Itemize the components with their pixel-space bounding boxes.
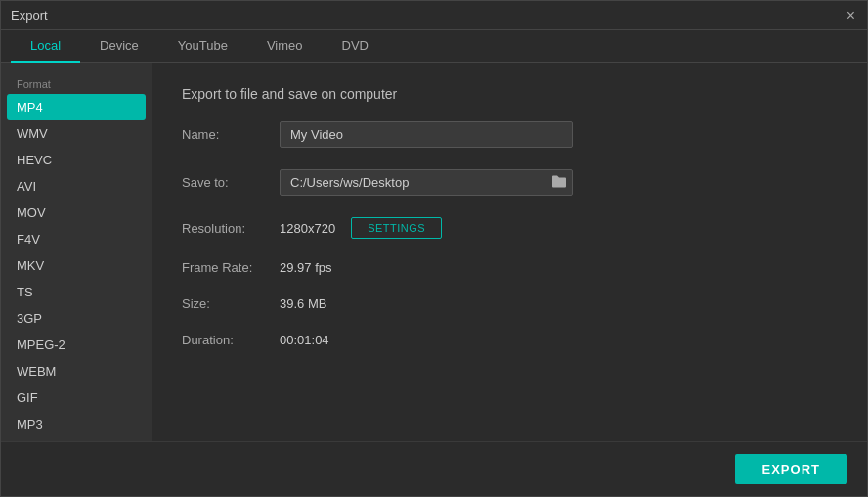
- tab-dvd[interactable]: DVD: [323, 30, 388, 63]
- save-to-label: Save to:: [182, 175, 280, 190]
- tab-local[interactable]: Local: [11, 30, 80, 63]
- name-row: Name:: [182, 121, 838, 148]
- tab-bar: Local Device YouTube Vimeo DVD: [1, 30, 867, 63]
- frame-rate-value: 29.97 fps: [280, 260, 332, 275]
- save-to-wrapper: [280, 169, 573, 196]
- format-item-mkv[interactable]: MKV: [1, 252, 152, 279]
- window-title: Export: [11, 8, 48, 23]
- main-content: Export to file and save on computer Name…: [152, 63, 867, 441]
- size-label: Size:: [182, 296, 280, 311]
- resolution-row: Resolution: 1280x720 SETTINGS: [182, 217, 838, 239]
- tab-device[interactable]: Device: [80, 30, 158, 63]
- format-item-hevc[interactable]: HEVC: [1, 147, 152, 173]
- save-to-input[interactable]: [280, 169, 573, 196]
- footer: EXPORT: [1, 441, 867, 496]
- format-label: Format: [1, 72, 152, 94]
- size-value: 39.6 MB: [280, 296, 326, 311]
- resolution-content: 1280x720 SETTINGS: [280, 217, 442, 239]
- settings-button[interactable]: SETTINGS: [351, 217, 442, 239]
- content-area: Format MP4 WMV HEVC AVI MOV F4V MKV TS 3…: [1, 63, 867, 441]
- title-bar: Export ×: [1, 1, 867, 30]
- tab-youtube[interactable]: YouTube: [158, 30, 247, 63]
- format-item-f4v[interactable]: F4V: [1, 226, 152, 252]
- tab-vimeo[interactable]: Vimeo: [247, 30, 323, 63]
- folder-icon: [551, 174, 567, 188]
- format-item-mpeg2[interactable]: MPEG-2: [1, 332, 152, 358]
- duration-row: Duration: 00:01:04: [182, 333, 838, 347]
- browse-folder-button[interactable]: [551, 174, 567, 191]
- format-item-ts[interactable]: TS: [1, 279, 152, 305]
- frame-rate-row: Frame Rate: 29.97 fps: [182, 260, 838, 275]
- name-label: Name:: [182, 127, 280, 142]
- close-button[interactable]: ×: [845, 8, 857, 23]
- format-item-wmv[interactable]: WMV: [1, 120, 152, 147]
- section-title: Export to file and save on computer: [182, 86, 838, 102]
- size-row: Size: 39.6 MB: [182, 296, 838, 311]
- format-item-mp3[interactable]: MP3: [1, 411, 152, 437]
- format-item-gif[interactable]: GIF: [1, 384, 152, 411]
- frame-rate-label: Frame Rate:: [182, 260, 280, 275]
- format-item-avi[interactable]: AVI: [1, 173, 152, 200]
- resolution-value: 1280x720: [280, 221, 335, 236]
- format-item-mov[interactable]: MOV: [1, 200, 152, 226]
- duration-value: 00:01:04: [280, 333, 329, 347]
- export-button[interactable]: EXPORT: [735, 454, 847, 484]
- sidebar: Format MP4 WMV HEVC AVI MOV F4V MKV TS 3…: [1, 63, 152, 441]
- format-item-mp4[interactable]: MP4: [7, 94, 146, 120]
- save-to-row: Save to:: [182, 169, 838, 196]
- duration-label: Duration:: [182, 333, 280, 347]
- format-item-3gp[interactable]: 3GP: [1, 305, 152, 332]
- format-item-webm[interactable]: WEBM: [1, 358, 152, 384]
- export-window: Export × Local Device YouTube Vimeo DVD …: [0, 0, 868, 497]
- resolution-label: Resolution:: [182, 221, 280, 236]
- name-input[interactable]: [280, 121, 573, 148]
